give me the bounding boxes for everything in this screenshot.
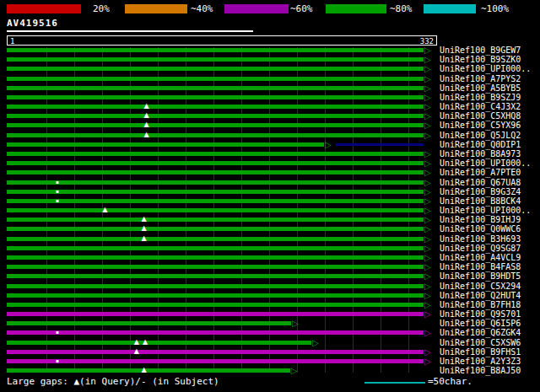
alignment-arrow-icon: ▷: [424, 291, 431, 300]
gap-dash-icon: [56, 191, 58, 193]
alignment-bar[interactable]: [7, 341, 311, 345]
row-label[interactable]: UniRef100_A5BYB5: [440, 83, 521, 93]
alignment-arrow-icon: ▷: [424, 64, 431, 73]
alignment-arrow-icon: ▷: [424, 46, 431, 55]
alignment-arrow-icon: ▷: [424, 74, 431, 83]
row-label[interactable]: UniRef100_B9HDT5: [440, 271, 521, 281]
alignment-arrow-icon: ▷: [424, 282, 431, 291]
scale-legend-label: =50char.: [428, 376, 472, 387]
row-label[interactable]: UniRef100_B9FHS1: [440, 347, 521, 357]
alignment-bar[interactable]: [7, 95, 424, 99]
alignment-arrow-icon: ▷: [424, 215, 431, 224]
alignment-bar[interactable]: [7, 170, 424, 175]
alignment-bar[interactable]: [7, 199, 424, 203]
row-label[interactable]: UniRef100_UPI000..: [440, 158, 531, 168]
row-label[interactable]: UniRef100_C5X294: [440, 282, 521, 291]
alignment-arrow-icon: ▷: [424, 262, 431, 271]
row-label[interactable]: UniRef100_B9SZK0: [440, 55, 521, 64]
alignment-arrow-icon: ▷: [424, 168, 431, 177]
gap-triangle-icon: ▲: [142, 216, 147, 223]
alignment-arrow-icon: ▷: [424, 158, 431, 168]
row-label[interactable]: UniRef100_Q9SG87: [440, 244, 521, 253]
alignment-bar[interactable]: [7, 105, 424, 109]
row-label[interactable]: UniRef100_Q67UA8: [440, 178, 521, 187]
gap-triangle-icon: ▲: [142, 367, 147, 373]
key-label-1: 20%: [93, 3, 110, 14]
alignment-bar[interactable]: [7, 180, 424, 185]
gap-triangle-icon: ▲: [144, 103, 149, 110]
alignment-bar[interactable]: [7, 217, 424, 222]
row-label[interactable]: UniRef100_A4VCL9: [440, 253, 521, 262]
ruler-start-value: 1: [10, 37, 14, 46]
alignment-arrow-icon: ▷: [424, 328, 431, 337]
alignment-bar[interactable]: [7, 321, 291, 325]
gap-triangle-icon: ▲: [102, 207, 107, 213]
row-label[interactable]: UniRef100_UPI000..: [440, 64, 531, 73]
alignment-arrow-icon: ▷: [292, 319, 299, 328]
row-label[interactable]: UniRef100_Q5JLQ2: [440, 131, 521, 140]
row-label[interactable]: UniRef100_Q6I5P6: [440, 319, 521, 328]
alignment-arrow-icon: ▷: [424, 300, 431, 309]
alignment-bar[interactable]: [7, 48, 424, 52]
key-segment-3: [224, 4, 289, 13]
alignment-bar[interactable]: [7, 312, 424, 316]
alignment-bar[interactable]: [7, 255, 424, 260]
row-label[interactable]: UniRef100_UPI000..: [440, 206, 531, 215]
alignment-bar[interactable]: [7, 350, 424, 354]
large-gaps-legend: Large gaps: ▲(in Query)/- (in Subject): [7, 376, 219, 387]
row-label[interactable]: UniRef100_B4FAS8: [440, 262, 521, 271]
row-label[interactable]: UniRef100_Q0DIP1: [440, 140, 521, 149]
alignment-bar[interactable]: [7, 152, 424, 156]
alignment-bar[interactable]: [7, 330, 424, 335]
alignment-bar[interactable]: [7, 161, 424, 165]
alignment-bar[interactable]: [7, 190, 424, 194]
row-label[interactable]: UniRef100_Q0WWC6: [440, 224, 521, 234]
row-label[interactable]: UniRef100_B9G3Z4: [440, 187, 521, 196]
alignment-bar[interactable]: [7, 142, 324, 147]
alignment-bar[interactable]: [7, 57, 424, 62]
row-label[interactable]: UniRef100_B8BCK4: [440, 196, 521, 206]
row-label[interactable]: UniRef100_C5XHQ8: [440, 111, 521, 121]
alignment-arrow-icon: ▷: [291, 366, 298, 375]
alignment-bar[interactable]: [7, 86, 424, 90]
row-label[interactable]: UniRef100_B3H693: [440, 234, 521, 244]
row-label[interactable]: UniRef100_Q9S701: [440, 309, 521, 319]
alignment-bar[interactable]: [7, 114, 424, 118]
alignment-arrow-icon: ▷: [424, 234, 431, 244]
row-label[interactable]: UniRef100_Q6ZGK4: [440, 328, 521, 337]
row-label[interactable]: UniRef100_C5YX96: [440, 121, 521, 130]
alignment-bar[interactable]: [7, 284, 424, 288]
row-label[interactable]: UniRef100_B8AJ50: [440, 366, 521, 375]
row-label[interactable]: UniRef100_B9GEW7: [440, 46, 521, 55]
alignment-bar[interactable]: [7, 77, 424, 81]
alignment-bar[interactable]: [7, 123, 424, 127]
row-label[interactable]: UniRef100_A7PTE0: [440, 168, 521, 177]
row-label[interactable]: UniRef100_B7FH18: [440, 300, 521, 309]
row-label[interactable]: UniRef100_C4J3X2: [440, 102, 521, 111]
row-label[interactable]: UniRef100_B8A973: [440, 149, 521, 158]
alignment-arrow-icon: ▷: [424, 121, 431, 130]
alignment-bar[interactable]: [7, 237, 424, 241]
alignment-bar[interactable]: [7, 208, 424, 212]
alignment-bar[interactable]: [7, 246, 424, 250]
row-label[interactable]: UniRef100_A7PYS2: [440, 74, 521, 83]
row-label[interactable]: UniRef100_C5XSW6: [440, 338, 521, 347]
alignment-bar[interactable]: [7, 227, 424, 231]
key-label-4: ~80%: [390, 3, 413, 14]
alignment-bar[interactable]: [7, 368, 290, 373]
row-label[interactable]: UniRef100_B9SZJ9: [440, 93, 521, 102]
row-label[interactable]: UniRef100_Q2HUT4: [440, 291, 521, 300]
alignment-bar[interactable]: [7, 67, 424, 71]
key-segment-4: [326, 4, 386, 13]
row-label[interactable]: UniRef100_A2Y3Z3: [440, 357, 521, 366]
alignment-bar[interactable]: [7, 265, 424, 269]
alignment-bar[interactable]: [7, 274, 424, 278]
gap-dash-icon: [56, 360, 58, 362]
alignment-arrow-icon: ▷: [312, 338, 319, 347]
alignment-bar[interactable]: [7, 303, 424, 307]
alignment-arrow-icon: ▷: [424, 83, 431, 93]
alignment-bar[interactable]: [7, 359, 424, 363]
row-label[interactable]: UniRef100_B9IHJ9: [440, 215, 521, 224]
alignment-bar[interactable]: [7, 133, 424, 137]
alignment-bar[interactable]: [7, 293, 424, 298]
